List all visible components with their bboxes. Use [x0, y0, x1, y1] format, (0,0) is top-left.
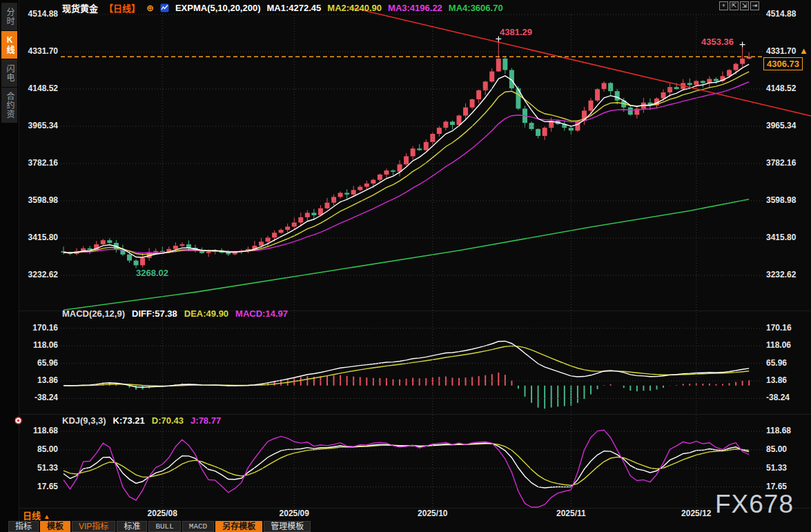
- current-price-box: 4306.73: [763, 57, 803, 70]
- bull-button[interactable]: BULL: [148, 521, 180, 532]
- macd-diff-value: DIFF:57.38: [132, 308, 177, 319]
- chart-application: 分时图 K线图 闪电图 合约资料 现货黄金 【日线】 ⊕ EXPMA(5,10,…: [0, 0, 811, 532]
- vip-indicators-button[interactable]: VIP指标: [72, 521, 115, 532]
- main-chart-header: 现货黄金 【日线】 ⊕ EXPMA(5,10,20,200) MA1:4272.…: [62, 1, 503, 14]
- window-controls: + ⇱ ⇲ ⇥: [719, 1, 759, 10]
- macd-panel-header: MACD(26,12,9) DIFF:57.38 DEA:49.90 MACD:…: [62, 308, 288, 319]
- kdj-panel-settings-icon[interactable]: [14, 415, 23, 428]
- ma4-value: MA4:3606.70: [449, 3, 503, 13]
- template-button[interactable]: 模板: [40, 521, 70, 532]
- price-up-arrow-icon: ▲: [799, 46, 808, 56]
- chart-canvas[interactable]: [0, 0, 811, 532]
- ma2-value: MA2:4240.90: [327, 3, 382, 13]
- symbol-name: 现货黄金: [62, 1, 98, 14]
- sidebar-item-contract-info[interactable]: 合约资料: [1, 88, 17, 123]
- sidebar: 分时图 K线图 闪电图 合约资料: [0, 0, 19, 532]
- move-chart-icon[interactable]: +: [719, 1, 728, 10]
- kdj-k-value: K:73.21: [113, 415, 145, 426]
- macd-title: MACD(26,12,9): [62, 308, 125, 319]
- indicators-button[interactable]: 指标: [8, 521, 39, 532]
- manage-template-button[interactable]: 管理模板: [264, 521, 311, 532]
- sidebar-item-kline-chart[interactable]: K线图: [1, 31, 17, 59]
- period-selector[interactable]: 日线 ▲: [23, 509, 50, 522]
- zoom-out-icon[interactable]: ⇲: [740, 1, 749, 10]
- export-chart-icon[interactable]: ⇥: [750, 1, 759, 10]
- ma3-value: MA3:4196.22: [388, 3, 442, 13]
- sidebar-item-timeline-chart[interactable]: 分时图: [1, 3, 17, 30]
- period-tag: 【日线】: [104, 1, 140, 14]
- period-arrow-icon: ▲: [43, 513, 50, 520]
- standard-button[interactable]: 标准: [117, 521, 147, 532]
- kdj-d-value: D:70.43: [152, 415, 184, 426]
- ma1-value: MA1:4272.45: [267, 3, 322, 13]
- kdj-title: KDJ(9,3,3): [62, 415, 106, 426]
- expand-symbol-icon[interactable]: ⊕: [146, 3, 154, 13]
- sidebar-item-lightning-chart[interactable]: 闪电图: [1, 59, 17, 87]
- macd-dea-value: DEA:49.90: [184, 308, 228, 319]
- bottom-toolbar: 指标 模板 VIP指标 标准 BULL MACD 另存模板 管理模板: [8, 521, 311, 532]
- period-label: 日线: [23, 511, 41, 521]
- kdj-j-value: J:78.77: [190, 415, 221, 426]
- zoom-in-icon[interactable]: ⇱: [730, 1, 739, 10]
- fx678-watermark: FX678: [715, 490, 794, 519]
- kdj-panel-header: KDJ(9,3,3) K:73.21 D:70.43 J:78.77: [62, 415, 221, 426]
- indicator-chart-icon: [160, 3, 169, 12]
- indicator-name: EXPMA(5,10,20,200): [175, 3, 261, 13]
- save-template-button[interactable]: 另存模板: [215, 521, 262, 532]
- macd-macd-value: MACD:14.97: [235, 308, 288, 319]
- macd-button[interactable]: MACD: [182, 521, 214, 532]
